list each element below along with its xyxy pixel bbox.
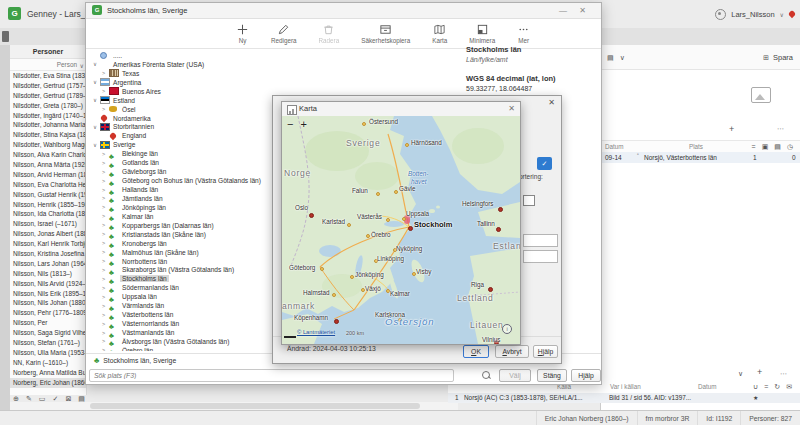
tree-chevron-icon[interactable]: > — [100, 70, 109, 76]
tree-chevron-icon[interactable]: > — [100, 330, 109, 336]
tree-chevron-icon[interactable]: > — [100, 347, 109, 351]
tree-chevron-icon[interactable]: > — [100, 258, 109, 264]
more-icon[interactable]: ⋯ — [777, 125, 784, 132]
tree-chevron-icon[interactable]: > — [100, 178, 109, 184]
person-row[interactable]: Nilsdotter, Gertrud (1789–1860... — [10, 91, 86, 101]
view-toggle-icon[interactable]: ▭ — [39, 395, 46, 402]
person-row[interactable]: Nilsdotter, Greta (1780–) — [10, 101, 86, 111]
help-button[interactable]: Hjälp — [571, 369, 601, 382]
close-icon[interactable]: ✕ — [579, 3, 586, 18]
image-placeholder-icon[interactable] — [751, 87, 771, 103]
tree-chevron-icon[interactable]: > — [100, 285, 109, 291]
person-row[interactable]: Nilsson, Saga Sigrid Vilhelmina (... — [10, 328, 86, 338]
tree-chevron-icon[interactable]: ∨ — [91, 142, 100, 148]
search-input[interactable] — [89, 369, 454, 382]
notes-column-icon[interactable]: = — [752, 143, 756, 150]
place-tree-item[interactable]: >Texas — [88, 69, 388, 78]
person-row[interactable]: Nilsdotter, Wahlborg Magdalen... — [10, 140, 86, 150]
form-field[interactable] — [523, 250, 558, 263]
map-canvas[interactable]: − + © Lantmäteriet 200 km i ÖstersundHär… — [282, 116, 520, 344]
horizontal-scrollbar[interactable] — [10, 402, 458, 410]
help-button[interactable]: Hjälp — [533, 345, 558, 358]
close-icon[interactable]: ✕ — [508, 102, 515, 116]
tree-chevron-icon[interactable]: > — [100, 321, 109, 327]
map-pin-icon[interactable] — [788, 10, 796, 18]
delete-place-button[interactable]: Radera — [319, 23, 340, 44]
person-row[interactable]: Nilsdotter, Johanna Maria (182... — [10, 120, 86, 130]
map-button[interactable]: Karta — [432, 23, 447, 44]
print-icon[interactable]: ▤ — [78, 395, 85, 402]
tree-chevron-icon[interactable]: > — [100, 204, 109, 210]
print-column-icon[interactable]: ▤ — [774, 143, 781, 150]
media-column-icon[interactable]: ▣ — [762, 143, 769, 150]
person-row[interactable]: Nilsson, Nils Johan (1880–1955... — [10, 298, 86, 308]
add-relation-icon[interactable]: ⊕ — [13, 395, 19, 402]
person-row[interactable]: Nilsdotter, Stina Kajsa (1810–18... — [10, 130, 86, 140]
search-icon[interactable] — [482, 371, 490, 379]
add-icon[interactable]: + — [729, 125, 734, 134]
person-row[interactable]: Nilsson, Ulla Maria (1953–) — [10, 348, 86, 358]
tree-chevron-icon[interactable]: > — [100, 106, 109, 112]
events-col-date[interactable]: Datum — [605, 143, 624, 150]
person-row[interactable]: Nilsson, Nils Arvid (1924–1931) — [10, 279, 86, 289]
person-row[interactable]: Nilsson, Arvid Herman (1888–1... — [10, 170, 86, 180]
person-row[interactable]: Nilsson, Ida Charlotta (1891–19... — [10, 209, 86, 219]
tree-chevron-icon[interactable]: > — [100, 303, 109, 309]
tree-chevron-icon[interactable]: ∨ — [91, 61, 100, 67]
scrollbar-thumb[interactable] — [90, 403, 420, 409]
chevron-down-icon[interactable]: ∨ — [780, 11, 784, 18]
tree-chevron-icon[interactable]: > — [100, 231, 109, 237]
person-row[interactable]: Nilsson, Nils (1813–) — [10, 269, 86, 279]
tree-chevron-icon[interactable]: > — [100, 312, 109, 318]
tree-chevron-icon[interactable]: > — [100, 187, 109, 193]
minimize-window-button[interactable]: Minimera — [469, 23, 495, 44]
checked-dropdown[interactable]: ✓ — [537, 157, 552, 170]
edit-place-button[interactable]: Redigera — [271, 23, 297, 44]
person-row[interactable]: Nilsson, Stefan (1761–) — [10, 338, 86, 348]
chevron-down-icon[interactable]: ∨ — [738, 370, 743, 377]
add-icon[interactable]: + — [757, 368, 762, 377]
attribution-link[interactable]: © Lantmäteriet — [297, 329, 335, 335]
more-button[interactable]: Mer — [517, 23, 530, 44]
info-icon[interactable]: i — [502, 324, 512, 334]
tree-chevron-icon[interactable]: > — [100, 213, 109, 219]
tree-chevron-icon[interactable]: > — [100, 222, 109, 228]
person-row[interactable]: Nilsson, Henrik (1855–1946) — [10, 200, 86, 210]
tree-chevron-icon[interactable]: > — [100, 88, 109, 94]
mail-column-icon[interactable]: ✉ — [786, 383, 792, 390]
current-user[interactable]: Lars_Nilsson — [731, 10, 774, 19]
person-row[interactable]: Nilsson, Anna Märta (1926–201... — [10, 160, 86, 170]
map-page-icon[interactable] — [523, 195, 535, 206]
chevron-down-icon[interactable]: ∨ — [620, 54, 625, 61]
new-place-button[interactable]: Ny — [236, 23, 249, 44]
repeat-column-icon[interactable]: ↻ — [774, 383, 780, 390]
event-row[interactable]: 09-14 ▫ Norsjö, Västerbottens län 1 0 — [601, 152, 800, 163]
tree-chevron-icon[interactable]: > — [100, 276, 109, 282]
close-button[interactable]: Stäng — [537, 369, 567, 382]
person-row[interactable]: Nilsson, Pehr (1776–1809) — [10, 308, 86, 318]
clock-column-icon[interactable]: ◷ — [787, 143, 793, 150]
person-row[interactable]: Nilsdotter, Ingärd (1740–1796) — [10, 111, 86, 121]
tree-chevron-icon[interactable]: ∨ — [91, 79, 100, 85]
place-tree-item[interactable]: ∨Argentina — [88, 78, 388, 87]
person-row[interactable]: Nilsson, Per — [10, 318, 86, 328]
edit-icon[interactable]: ✎ — [26, 395, 32, 402]
person-row[interactable]: Norberg, Eric Johan (1860–) — [10, 378, 86, 388]
form-field[interactable] — [523, 234, 558, 247]
tree-chevron-icon[interactable]: ∨ — [91, 124, 100, 130]
delete-icon[interactable]: ⊠ — [65, 395, 71, 402]
panel-toggle-icon[interactable] — [2, 31, 9, 42]
person-row[interactable]: Nilsson, Lars Johan (1964–) — [10, 259, 86, 269]
person-row[interactable]: Nilsson, Eva Charlotta Henriksd... — [10, 180, 86, 190]
person-row[interactable]: Nilsdotter, Eva Stina (1838–191... — [10, 71, 86, 81]
place-tree-item[interactable]: ∨Amerikas Förenta Stater (USA) — [88, 60, 388, 69]
sources-col-where[interactable]: Var i källan — [610, 383, 641, 390]
minimize-icon[interactable]: — — [559, 3, 567, 18]
source-row[interactable]: 1 Norsjö (AC) C:3 (1853-1878), SE/HLA/1.… — [448, 393, 800, 403]
person-row[interactable]: Norberg, Anna Matilda Burlin f... — [10, 368, 86, 378]
person-row[interactable]: Nilsson, Israel (–1671) — [10, 219, 86, 229]
person-row[interactable]: NN, Karin (–1610–) — [10, 358, 86, 368]
person-row[interactable]: Nilsson, Karl Henrik Torbjörn (1... — [10, 239, 86, 249]
backup-button[interactable]: Säkerhetskopiera — [361, 23, 410, 44]
zoom-in-button[interactable]: + — [300, 118, 306, 130]
